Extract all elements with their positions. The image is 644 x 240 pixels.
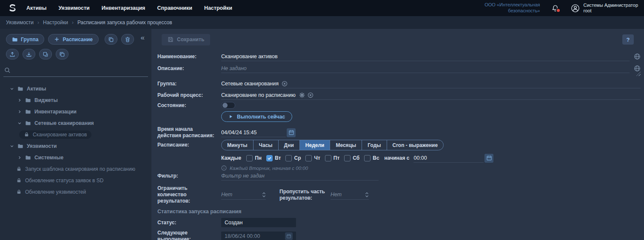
tree-item-label: Обновление уязвимостей — [25, 189, 86, 195]
day-checkbox[interactable]: Пт — [325, 155, 340, 161]
info-icon — [221, 165, 227, 171]
checkbox-checked-icon[interactable] — [266, 155, 273, 161]
collapse-sidebar-button[interactable]: « — [138, 34, 147, 41]
tree-item[interactable]: Активы — [0, 83, 151, 94]
schedule-tab[interactable]: Месяцы — [330, 140, 362, 150]
skip-input[interactable] — [331, 192, 362, 198]
remove-group-icon[interactable] — [282, 81, 288, 87]
menu-item[interactable]: Инвентаризация — [102, 5, 145, 11]
starting-label: начиная с — [385, 155, 410, 161]
import-button[interactable] — [23, 49, 35, 59]
tree-item[interactable]: Системные — [0, 152, 151, 163]
day-checkbox[interactable]: Пн — [246, 155, 262, 161]
spinner-up-icon[interactable] — [262, 192, 266, 195]
tree-item[interactable]: Сетевые сканирования — [0, 117, 151, 129]
export-button[interactable] — [6, 49, 19, 59]
gear-icon[interactable] — [299, 92, 305, 98]
add-schedule-button-label: Расписание — [63, 37, 93, 42]
duplicate-icon — [43, 51, 48, 57]
checkbox-icon[interactable] — [344, 155, 350, 161]
day-checkbox[interactable]: Ср — [285, 155, 301, 161]
calendar-icon — [288, 130, 294, 136]
duplicate-button[interactable] — [39, 49, 52, 59]
menu-item[interactable]: Справочники — [157, 5, 192, 11]
tree-item-label: Запуск шаблона сканирования по расписани… — [25, 166, 135, 172]
skip-label: Пропустить часть результатов: — [279, 189, 331, 201]
menu-item[interactable]: Активы — [26, 5, 46, 11]
menu-item[interactable]: Уязвимости — [58, 5, 89, 11]
checkbox-icon[interactable] — [285, 155, 292, 161]
breadcrumb: Уязвимости›Настройки›Расписания запуска … — [0, 16, 644, 29]
top-navbar: АктивыУязвимостиИнвентаризацияСправочник… — [0, 0, 644, 16]
tree-item-content: Системные — [20, 153, 68, 162]
checkbox-icon[interactable] — [305, 155, 312, 161]
day-label: Сб — [353, 155, 359, 161]
group-field: Сетевые сканирования — [221, 79, 641, 88]
day-checkbox[interactable]: Вс — [364, 155, 379, 161]
tree-item[interactable]: Виджеты — [0, 94, 151, 106]
schedule-tab[interactable]: Cron - выражение — [387, 140, 444, 150]
search-input[interactable] — [14, 68, 147, 73]
start-time-calendar-button[interactable] — [287, 128, 296, 137]
checkbox-icon[interactable] — [246, 155, 253, 161]
copy-button[interactable] — [105, 34, 117, 45]
menu-item[interactable]: Настройки — [204, 5, 232, 11]
run-now-button[interactable]: Выполнить сейчас — [221, 111, 292, 122]
start-time-input[interactable] — [221, 130, 286, 136]
app-logo[interactable] — [6, 2, 19, 14]
copy-structure-button[interactable] — [56, 49, 68, 59]
user-name: Системы Администратор — [583, 3, 638, 8]
resize-handle-icon[interactable] — [636, 72, 641, 76]
breadcrumb-item[interactable]: Уязвимости — [6, 20, 34, 25]
language-globe-icon[interactable] — [634, 53, 641, 60]
name-input[interactable] — [221, 54, 630, 59]
schedule-tab[interactable]: Годы — [362, 140, 386, 150]
user-menu[interactable]: Системы Администратор root — [571, 3, 638, 14]
day-checkbox[interactable]: Сб — [344, 155, 359, 161]
spinner-down-icon[interactable] — [262, 195, 266, 198]
tree-item[interactable]: Сканирование активов — [0, 129, 151, 140]
breadcrumb-separator: › — [72, 20, 74, 25]
notifications-button[interactable] — [552, 5, 559, 12]
save-button[interactable]: Сохранить — [162, 34, 210, 45]
checkbox-icon[interactable] — [364, 155, 370, 161]
day-label: Чт — [314, 155, 320, 161]
workflow-field: Сканирование по расписанию — [221, 90, 641, 100]
delete-button[interactable] — [121, 34, 134, 45]
stats-section-title: Статистика запуска расписания — [157, 209, 242, 215]
play-icon — [228, 114, 233, 119]
checkbox-icon[interactable] — [325, 155, 331, 161]
breadcrumb-item[interactable]: Настройки — [43, 20, 68, 25]
tree-item[interactable]: Уязвимости — [0, 140, 151, 152]
main-toolbar: Сохранить ? — [156, 29, 641, 48]
remove-workflow-icon[interactable] — [308, 92, 313, 98]
description-input[interactable] — [221, 65, 630, 71]
next-run-calendar-button — [285, 232, 293, 240]
state-toggle[interactable] — [221, 102, 235, 109]
tree-item[interactable]: Инвентаризации — [0, 106, 151, 117]
tree-item[interactable]: Обновление уязвимостей — [0, 186, 151, 198]
folder-icon — [17, 143, 23, 149]
help-button[interactable]: ? — [622, 34, 634, 45]
day-checkbox[interactable]: Вт — [266, 155, 281, 161]
day-checkbox[interactable]: Чт — [305, 155, 320, 161]
start-clock-calendar-button[interactable] — [484, 154, 493, 163]
group-button[interactable]: Группа — [6, 34, 44, 45]
tree-item[interactable]: Обновление статуса заявок в SD — [0, 175, 151, 186]
name-label: Наименование: — [157, 54, 221, 60]
filter-input[interactable] — [221, 173, 379, 179]
add-schedule-button[interactable]: Расписание — [48, 34, 99, 45]
sidebar: Группа Расписание — [0, 29, 151, 240]
start-clock-input[interactable] — [413, 155, 484, 161]
spinner-up-icon[interactable] — [365, 192, 369, 195]
limit-input[interactable] — [221, 192, 259, 198]
tree-item[interactable]: Запуск шаблона сканирования по расписани… — [0, 163, 151, 175]
schedule-tab[interactable]: Недели — [299, 140, 330, 150]
spinner-down-icon[interactable] — [365, 195, 369, 198]
schedule-tab[interactable]: Дни — [278, 140, 299, 150]
language-globe-icon[interactable] — [634, 65, 641, 72]
tree-item-content: Инвентаризации — [20, 107, 81, 116]
schedule-tab[interactable]: Минуты — [222, 140, 253, 150]
schedule-tab[interactable]: Часы — [253, 140, 278, 150]
org-name: ООО «Интеллектуальная безопасность» — [484, 2, 540, 14]
